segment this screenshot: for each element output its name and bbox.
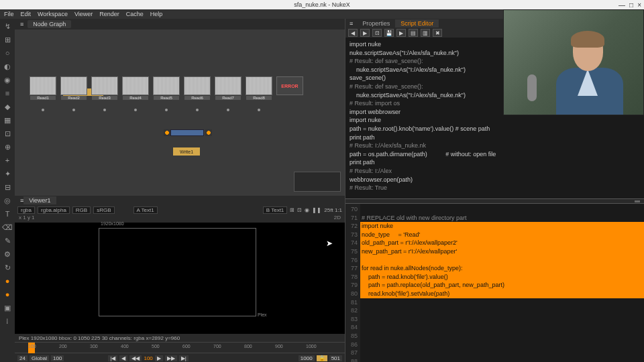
- tool-12[interactable]: ⊟: [3, 182, 12, 192]
- fps-field[interactable]: 24: [17, 355, 28, 361]
- split-icon[interactable]: ▤: [409, 29, 418, 37]
- mode-2d[interactable]: 2D: [334, 215, 341, 223]
- tool-17[interactable]: ⚙: [3, 249, 12, 259]
- read-node-6[interactable]: Read6: [184, 76, 211, 95]
- code-line[interactable]: path = read.knob('file').value(): [360, 273, 644, 282]
- tool-15[interactable]: ⌫: [3, 223, 12, 232]
- play-back-icon[interactable]: ◀◀: [129, 355, 142, 361]
- node-graph-tab[interactable]: Node Graph: [28, 20, 71, 28]
- split2-icon[interactable]: ▥: [421, 29, 430, 37]
- input-a[interactable]: A Text1: [133, 206, 158, 214]
- properties-tab[interactable]: Properties: [357, 19, 395, 27]
- tool-16[interactable]: ✎: [3, 236, 12, 245]
- error-node[interactable]: ERROR: [276, 76, 303, 95]
- tool-14[interactable]: T: [3, 209, 12, 219]
- tool-3[interactable]: ◐: [3, 62, 12, 71]
- tool-21[interactable]: ▣: [3, 303, 12, 312]
- code-line[interactable]: [360, 256, 644, 265]
- code-line[interactable]: node_type = 'Read': [360, 231, 644, 239]
- minimize-button[interactable]: —: [619, 1, 625, 9]
- code-line[interactable]: [360, 349, 644, 357]
- tool-8[interactable]: ⊡: [3, 129, 12, 138]
- load-icon[interactable]: ⊡: [372, 29, 382, 37]
- merge-node[interactable]: [170, 129, 204, 136]
- write-node[interactable]: Write1: [173, 147, 200, 156]
- menu-icon[interactable]: ≡: [20, 21, 23, 27]
- menu-help[interactable]: Help: [150, 11, 163, 17]
- tool-1[interactable]: ⊞: [3, 35, 12, 44]
- scope-select[interactable]: Global: [30, 355, 49, 361]
- code-line[interactable]: path = path.replace(old_path_part, new_p…: [360, 281, 644, 290]
- skip-start-icon[interactable]: |◀: [108, 355, 117, 361]
- input-b[interactable]: B Text1: [263, 206, 288, 214]
- menu-icon[interactable]: ≡: [345, 20, 357, 27]
- viewer-icon[interactable]: ⊡: [297, 207, 302, 213]
- read-node-7[interactable]: Read7: [215, 76, 241, 95]
- end-frame-2[interactable]: 501: [329, 355, 342, 361]
- tool-19[interactable]: ●: [3, 276, 12, 286]
- code-line[interactable]: [360, 323, 644, 332]
- code-line[interactable]: [360, 332, 644, 341]
- lock-icon[interactable]: 🔒: [317, 355, 327, 361]
- menu-file[interactable]: File: [4, 11, 14, 17]
- current-frame[interactable]: 100: [144, 355, 152, 361]
- menu-viewer[interactable]: Viewer: [74, 11, 93, 17]
- script-editor-tab[interactable]: Script Editor: [395, 19, 439, 27]
- code-line[interactable]: [360, 205, 644, 214]
- colorspace-select[interactable]: RGB: [72, 206, 91, 214]
- code-line[interactable]: [360, 341, 644, 349]
- read-node-4[interactable]: Read4: [122, 76, 149, 95]
- skip-end-icon[interactable]: ▶|: [179, 355, 189, 361]
- script-editor[interactable]: 7071727374757677787980818283848586878889…: [345, 204, 644, 362]
- step-fwd-icon[interactable]: ▶▶: [165, 355, 177, 361]
- code-line[interactable]: # REPLACE old with new directory part: [360, 214, 644, 223]
- alpha-select[interactable]: rgba.alpha: [38, 206, 70, 214]
- code-area[interactable]: # REPLACE old with new directory partimp…: [360, 204, 644, 362]
- viewer-icon[interactable]: ◉: [305, 207, 309, 213]
- tool-4[interactable]: ◉: [3, 75, 12, 84]
- srgb-select[interactable]: sRGB: [93, 206, 114, 214]
- menu-render[interactable]: Render: [99, 11, 119, 17]
- tool-9[interactable]: ⊕: [3, 142, 12, 152]
- viewer-tab[interactable]: Viewer1: [23, 196, 56, 204]
- splitter[interactable]: [345, 198, 644, 204]
- save-icon[interactable]: 💾: [384, 29, 394, 37]
- code-line[interactable]: [360, 315, 644, 324]
- maximize-button[interactable]: □: [629, 1, 633, 9]
- timeline-ruler[interactable]: 1002003004005006007008009001000: [15, 343, 345, 353]
- channel-select[interactable]: rgba: [17, 206, 35, 214]
- tool-5[interactable]: ≡: [3, 88, 12, 98]
- tool-22[interactable]: ⁞: [3, 316, 12, 326]
- tool-10[interactable]: +: [3, 156, 12, 165]
- clear-icon[interactable]: ✖: [433, 29, 442, 37]
- start-frame[interactable]: 100: [51, 355, 64, 361]
- viewer-zoom[interactable]: 25ft 1:1: [324, 207, 342, 213]
- tool-2[interactable]: ○: [3, 48, 12, 58]
- menu-edit[interactable]: Edit: [21, 11, 32, 17]
- tool-0[interactable]: ↯: [3, 21, 12, 31]
- run-icon[interactable]: ▶: [396, 29, 406, 37]
- menu-cache[interactable]: Cache: [126, 11, 144, 17]
- viewer-canvas[interactable]: 1920x1080 Plex ➤: [15, 223, 345, 334]
- code-line[interactable]: old_path_part = r'I:/Alex/wallpaper2': [360, 239, 644, 247]
- prev-icon[interactable]: ◀: [348, 29, 358, 37]
- code-line[interactable]: import nuke: [360, 222, 644, 231]
- read-node-2[interactable]: Read2: [60, 76, 87, 95]
- code-line[interactable]: new_path_part = r'I:/Alex/wallpaper': [360, 247, 644, 256]
- code-line[interactable]: [360, 357, 644, 362]
- mini-navigator[interactable]: [294, 172, 341, 192]
- tool-6[interactable]: ◆: [3, 102, 12, 111]
- code-line[interactable]: [360, 298, 644, 307]
- play-icon[interactable]: ▶: [155, 355, 163, 361]
- tool-20[interactable]: ●: [3, 290, 12, 299]
- next-icon[interactable]: ▶: [360, 29, 370, 37]
- pause-icon[interactable]: ❚❚: [312, 207, 321, 213]
- step-back-icon[interactable]: ◀: [119, 355, 127, 361]
- read-node-8[interactable]: Read8: [246, 76, 272, 95]
- tool-18[interactable]: ↻: [3, 263, 12, 272]
- tool-7[interactable]: ▦: [3, 115, 12, 125]
- code-line[interactable]: read.knob('file').setValue(path): [360, 290, 644, 298]
- code-line[interactable]: [360, 306, 644, 315]
- tool-11[interactable]: ✦: [3, 169, 12, 178]
- node-graph[interactable]: Backdrop Write1 Read1Read2Read3Read4Read…: [15, 29, 345, 196]
